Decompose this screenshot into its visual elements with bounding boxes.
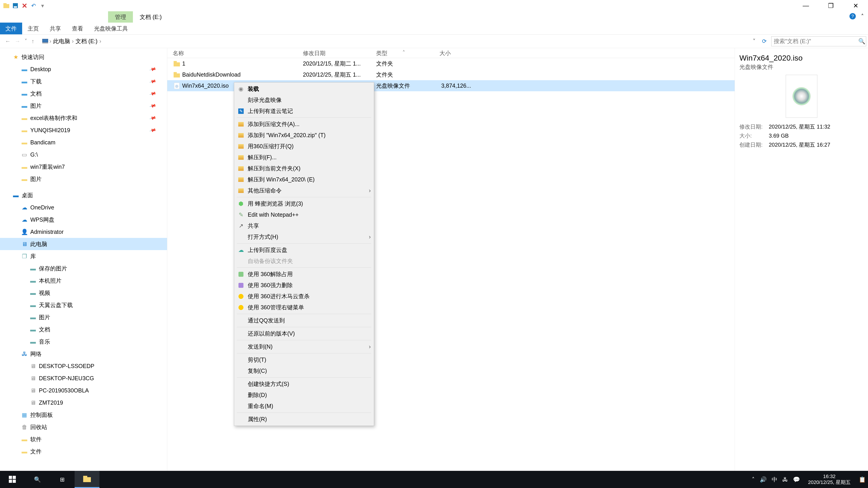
tab-view[interactable]: 查看 — [66, 23, 89, 34]
up-button[interactable]: ↑ — [31, 38, 34, 44]
nav-folder[interactable]: ▬文件 — [0, 445, 167, 457]
context-menu-item[interactable]: ☁上传到百度云盘 — [234, 245, 374, 256]
context-menu-item[interactable]: 使用 360强力删除 — [234, 280, 374, 291]
tray-notification-icon[interactable]: 📋 — [859, 476, 866, 483]
tray-up-icon[interactable]: ˄ — [752, 476, 755, 483]
context-menu-item[interactable]: 复制(C) — [234, 365, 374, 377]
context-menu-item[interactable]: 属性(R) — [234, 414, 374, 425]
tab-home[interactable]: 主页 — [22, 23, 44, 34]
context-menu-item[interactable]: 用360压缩打开(Q) — [234, 141, 374, 152]
explorer-taskbar-button[interactable] — [74, 471, 99, 488]
nav-lib-item[interactable]: ▬音乐 — [0, 335, 167, 348]
nav-lib-item[interactable]: ▬保存的图片 — [0, 262, 167, 274]
nav-admin[interactable]: 👤Administrator — [0, 226, 167, 238]
col-type[interactable]: 类型 — [374, 48, 437, 58]
nav-folder[interactable]: ▬YUNQISHI2019📌 — [0, 124, 167, 136]
context-menu-item[interactable]: 解压到 Win7x64_2020\ (E) — [234, 174, 374, 185]
nav-onedrive[interactable]: ☁OneDrive — [0, 201, 167, 214]
context-menu-item[interactable]: 剪切(T) — [234, 354, 374, 365]
context-menu-item[interactable]: 使用 360管理右键菜单 — [234, 302, 374, 313]
col-date[interactable]: 修改日期 — [301, 48, 374, 58]
tab-file[interactable]: 文件 — [0, 23, 22, 34]
context-menu-item[interactable]: 创建快捷方式(S) — [234, 379, 374, 390]
context-menu-item[interactable]: 刻录光盘映像 — [234, 94, 374, 105]
context-menu-item[interactable]: 还原以前的版本(V) — [234, 328, 374, 339]
context-menu-item[interactable]: ✎Edit with Notepad++ — [234, 209, 374, 220]
nav-documents[interactable]: ▬文档📌 — [0, 88, 167, 100]
nav-libraries[interactable]: ❐库 — [0, 250, 167, 262]
nav-folder[interactable]: ▬图片 — [0, 173, 167, 185]
nav-folder[interactable]: ▬win7重装win7 — [0, 161, 167, 173]
restore-button[interactable]: ❐ — [818, 0, 843, 11]
nav-recycle[interactable]: 🗑回收站 — [0, 421, 167, 433]
nav-lib-item[interactable]: ▬视频 — [0, 287, 167, 299]
dropdown-icon[interactable]: ▾ — [38, 2, 46, 10]
delete-icon[interactable]: ✕ — [20, 2, 29, 10]
minimize-button[interactable]: — — [794, 0, 818, 11]
ribbon-collapse-icon[interactable]: ˄ — [861, 13, 864, 20]
forward-button[interactable]: → — [15, 38, 20, 44]
nav-folder[interactable]: ▬Bandicam — [0, 136, 167, 149]
network-icon[interactable]: 🖧 — [782, 476, 788, 483]
nav-pictures[interactable]: ▬图片📌 — [0, 100, 167, 112]
nav-control-panel[interactable]: ▦控制面板 — [0, 409, 167, 421]
file-row[interactable]: 1 2020/12/15, 星期二 1... 文件夹 — [167, 58, 735, 69]
search-icon[interactable]: 🔍 — [858, 38, 864, 44]
col-size[interactable]: 大小 — [437, 48, 473, 58]
context-menu-item[interactable]: 重命名(M) — [234, 400, 374, 412]
nav-drive[interactable]: ▭G:\ — [0, 149, 167, 161]
file-row[interactable]: BaiduNetdiskDownload 2020/12/25, 星期五 1..… — [167, 69, 735, 80]
nav-downloads[interactable]: ▬下载📌 — [0, 75, 167, 88]
context-menu-item[interactable]: 其他压缩命令› — [234, 185, 374, 196]
breadcrumb-seg[interactable]: 文档 (E:) — [75, 37, 98, 46]
nav-this-pc[interactable]: 🖥此电脑 — [0, 238, 167, 250]
context-menu-item[interactable]: ◉装载 — [234, 84, 374, 94]
context-menu-item[interactable]: 打开方式(H)› — [234, 231, 374, 242]
nav-lib-item[interactable]: ▬天翼云盘下载 — [0, 299, 167, 311]
context-menu-item[interactable]: ✎上传到有道云笔记 — [234, 105, 374, 117]
refresh-icon[interactable]: ⟳ — [760, 38, 769, 44]
back-button[interactable]: ← — [5, 38, 11, 44]
context-menu-item[interactable]: 删除(D) — [234, 390, 374, 400]
nav-lib-item[interactable]: ▬图片 — [0, 311, 167, 323]
nav-desktop[interactable]: ▬Desktop📌 — [0, 63, 167, 75]
nav-folder[interactable]: ▬excel表格制作求和📌 — [0, 112, 167, 124]
recent-dropdown[interactable]: ˅ — [24, 38, 27, 44]
volume-icon[interactable]: 🔊 — [760, 476, 767, 483]
search-box[interactable]: 🔍 — [771, 36, 866, 46]
context-menu-item[interactable]: 使用 360解除占用 — [234, 269, 374, 280]
nav-net-pc[interactable]: 🖥DESKTOP-NJEU3CG — [0, 372, 167, 384]
taskbar-clock[interactable]: 16:32 2020/12/25, 星期五 — [805, 474, 854, 485]
nav-net-pc[interactable]: 🖥DESKTOP-LSSOEDP — [0, 360, 167, 372]
breadcrumb-root[interactable]: 此电脑 — [53, 37, 70, 46]
path-dropdown-icon[interactable]: ˅ — [751, 38, 757, 44]
context-menu-item[interactable]: 发送到(N)› — [234, 341, 374, 352]
context-menu-item[interactable]: 通过QQ发送到 — [234, 315, 374, 326]
undo-icon[interactable]: ↶ — [29, 2, 37, 10]
nav-quick-access[interactable]: ★快速访问 — [0, 51, 167, 63]
save-icon[interactable] — [11, 2, 20, 10]
col-name[interactable]: 名称˄ — [167, 48, 301, 58]
tab-share[interactable]: 共享 — [44, 23, 66, 34]
context-menu-item[interactable]: 使用 360进行木马云查杀 — [234, 291, 374, 302]
context-menu-item[interactable]: ↗共享 — [234, 220, 374, 231]
search-button[interactable]: 🔍 — [25, 471, 50, 488]
context-menu-item[interactable]: 添加到 "Win7x64_2020.zip" (T) — [234, 130, 374, 141]
nav-net-pc[interactable]: 🖥PC-20190530OBLA — [0, 384, 167, 396]
context-menu-item[interactable]: 添加到压缩文件(A)... — [234, 119, 374, 130]
context-menu-item[interactable]: ⬢用 蜂蜜浏览器 浏览(3) — [234, 198, 374, 209]
start-button[interactable] — [0, 471, 25, 488]
tab-disc-tools[interactable]: 光盘映像工具 — [89, 23, 133, 34]
search-input[interactable] — [774, 38, 858, 44]
nav-network[interactable]: 🖧网络 — [0, 348, 167, 360]
nav-folder[interactable]: ▬软件 — [0, 433, 167, 445]
nav-net-pc[interactable]: 🖥ZMT2019 — [0, 396, 167, 409]
folder-icon[interactable] — [2, 2, 10, 10]
context-menu-item[interactable]: 解压到(F)... — [234, 152, 374, 163]
nav-lib-item[interactable]: ▬文档 — [0, 323, 167, 335]
nav-wps[interactable]: ☁WPS网盘 — [0, 214, 167, 226]
nav-lib-item[interactable]: ▬本机照片 — [0, 274, 167, 287]
close-button[interactable]: ✕ — [843, 0, 868, 11]
context-menu-item[interactable]: 解压到当前文件夹(X) — [234, 163, 374, 174]
nav-desktop-root[interactable]: ▬桌面 — [0, 189, 167, 201]
